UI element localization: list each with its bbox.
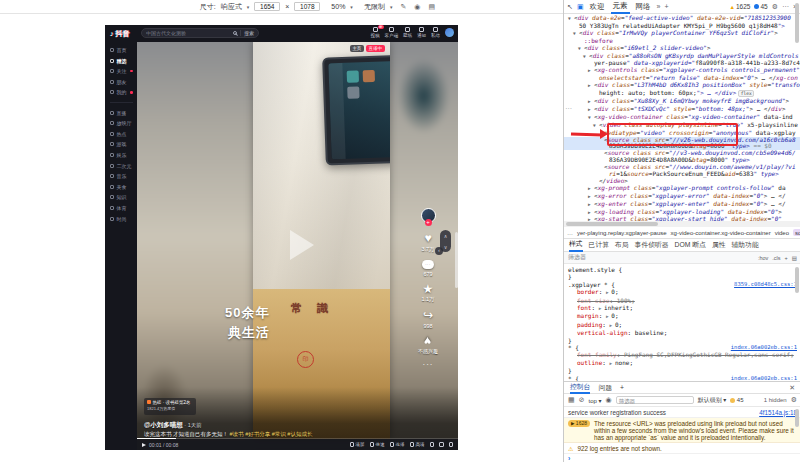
css-property[interactable]: vertical-align: baseline; (568, 329, 797, 336)
page-scrollbar-thumb[interactable] (455, 232, 458, 288)
styles-filter-input[interactable]: 筛选器 (568, 253, 754, 262)
zoom-select[interactable]: 50% (331, 3, 345, 10)
live-chip[interactable]: 直播中 (366, 45, 385, 52)
player-control-settings-icon[interactable] (439, 442, 444, 447)
warning-count-badge[interactable]: ▶ 1628 (568, 420, 590, 427)
breadcrumb-item[interactable]: xg-video-container.xg-video-container (671, 230, 771, 236)
css-source-link[interactable]: index.06a002eb.css:1 (731, 344, 797, 351)
console-prompt[interactable]: › (564, 454, 800, 462)
dom-tree-row[interactable]: ▶<xg-error class="xgplayer-error" data-i… (564, 193, 800, 201)
dom-tree-row[interactable]: ▼<div class="i69etl_2 slider-video"> (564, 45, 800, 53)
clear-console-icon[interactable]: ⊘ (579, 396, 585, 404)
sidebar-item-时尚[interactable]: 时尚 (110, 216, 137, 222)
console-filter-input[interactable]: 筛选器 (616, 396, 694, 405)
warnings-badge[interactable]: ▲1625 (729, 3, 750, 10)
dom-tree-row[interactable]: ▼<div class="a88oRsON gKBsyrdp danMuPlay… (564, 53, 800, 61)
styles-tab-属性[interactable]: 属性 (712, 239, 726, 252)
css-property[interactable]: border: ▶ 0; (568, 288, 797, 296)
styles-scrollbar-thumb[interactable] (795, 267, 799, 293)
sidebar-item-娱乐[interactable]: 娱乐 (110, 152, 137, 158)
like-icon[interactable]: ♥ (424, 232, 431, 244)
sidebar-item-直播[interactable]: 直播 (110, 110, 137, 116)
play-button[interactable] (290, 230, 314, 260)
player-control-连播[interactable]: 连播 (390, 442, 405, 447)
player-control-清屏[interactable]: 清屏 (350, 442, 365, 447)
hover-state-button[interactable]: :hov (758, 255, 768, 261)
dom-tree-row[interactable]: ▼<div data-e2e="feed-active-video" data-… (564, 15, 800, 23)
sidebar-item-二次元[interactable]: 二次元 (110, 163, 137, 169)
styles-tab-已计算[interactable]: 已计算 (589, 239, 609, 252)
more-tabs-icon[interactable]: » (657, 3, 661, 10)
player-control-倍速[interactable]: 倍速 (370, 442, 385, 447)
dom-tree-row[interactable]: ▶<xg-loading class="xgplayer-loading" da… (564, 209, 800, 217)
author-handle[interactable]: @小刘多喵想 (144, 421, 183, 428)
dom-tree-row[interactable]: <source class src="//www.douyin.com/awem… (564, 164, 800, 171)
breadcrumb-item[interactable]: yer-playing.replay.xgplayer-pause (577, 230, 667, 236)
css-source-link[interactable]: 8359.c08d48c5.css:1 (734, 281, 797, 288)
devtools-tab-网络[interactable]: 网络 (634, 0, 653, 14)
sidebar-item-游戏[interactable]: 游戏 (110, 141, 137, 147)
header-item-私信[interactable]: 私信 (431, 27, 440, 38)
css-property[interactable]: padding: ▶ 0; (568, 321, 797, 329)
viewport-width-input[interactable]: 1654 (254, 2, 280, 11)
more-actions-button[interactable]: ··· (423, 360, 434, 369)
drawer-tab-控制台[interactable]: 控制台 (570, 381, 590, 394)
throttle-select[interactable]: 无限制 (364, 2, 385, 12)
sidebar-item-热点[interactable]: 热点 (110, 131, 137, 137)
console-sidebar-icon[interactable]: ▦ (568, 396, 575, 404)
sidebar-item-体育[interactable]: 体育 (110, 205, 137, 211)
share-icon[interactable]: ↪ (423, 309, 433, 321)
dom-tree-row[interactable]: 836A39DB90E2E4D8A8A00D&btag=8000" type> (564, 157, 800, 164)
progress-bar[interactable] (137, 438, 458, 440)
styles-tab-事件侦听器[interactable]: 事件侦听器 (635, 239, 669, 252)
dom-tree-row[interactable]: <source class src="//v3-web.douyinvod.co… (564, 150, 800, 157)
css-property[interactable]: font-family: PingFang SC,DFPKingGothicGB… (568, 351, 797, 358)
douyin-logo[interactable]: ♪ 抖音 (110, 29, 129, 39)
css-property[interactable]: outline: ▶ none; (568, 359, 797, 367)
panel-icon[interactable]: ▤ (428, 3, 435, 11)
css-property[interactable]: font-size: 100%; (568, 297, 797, 304)
prev-video-button[interactable]: ∧ (444, 233, 448, 239)
player-control-fullscreen-icon[interactable] (449, 442, 454, 447)
more-options-icon[interactable]: ⋯ (782, 3, 789, 11)
console-warning-row[interactable]: ⚠922 log entries are not shown. (564, 443, 800, 454)
node-options-dots[interactable]: ⋯ (565, 105, 572, 113)
play-pause-button[interactable] (142, 443, 146, 447)
styles-tab-样式[interactable]: 样式 (569, 239, 583, 252)
sidebar-item-音乐[interactable]: 音乐 (110, 173, 137, 179)
comment-icon[interactable]: ··· (422, 260, 434, 270)
inspect-element-icon[interactable]: ↖ (567, 3, 573, 11)
breadcrumb-item[interactable]: source (793, 229, 800, 236)
dom-tree-row[interactable]: ▶<div class="tSXDCvQc" style="bottom: 48… (564, 106, 800, 114)
dom-tree-row[interactable]: ▶<div class="Xu88Xy_K L6mQYbwy mokeyfrE … (564, 98, 800, 106)
drawer-tab-+[interactable]: + (620, 381, 624, 394)
class-button[interactable]: .cls (772, 255, 780, 261)
author-home-chip[interactable]: 主页 (350, 45, 364, 52)
favorite-icon[interactable]: ★ (423, 283, 434, 295)
dom-tree-row[interactable]: ▶<div class="L3ThM4bD d6Kx8Ih3 positionB… (564, 82, 800, 90)
hashtags[interactable]: #读书 #好书分享 #常识 #认知成长 (230, 431, 313, 437)
add-tab-icon[interactable]: + (664, 3, 668, 10)
styles-tab-布局[interactable]: 布局 (615, 239, 629, 252)
sidebar-item-首页[interactable]: 首页 (110, 47, 137, 53)
search-button[interactable]: 搜索 (240, 30, 254, 36)
eye-icon[interactable]: ◉ (414, 3, 420, 11)
dom-tree-row[interactable]: ▶<xg-prompt class="xgplayer-prompt contr… (564, 185, 800, 193)
devtools-tab-元素[interactable]: 元素 (611, 0, 630, 14)
sidebar-item-美食[interactable]: 美食 (110, 184, 137, 190)
dom-tree-row[interactable]: height: auto; bottom: 60px;"> … </div>fl… (564, 90, 800, 98)
context-select[interactable]: top ▾ (589, 397, 602, 404)
header-item-投稿[interactable]: 投稿新 (371, 27, 380, 38)
video-player[interactable]: 常 識 印 主页 直播中 50余年 典生活 + ♥ 3.7万 ··· 679 ★ (137, 42, 458, 450)
breadcrumb-overflow[interactable]: … (567, 230, 573, 236)
viewport-height-input[interactable]: 1078 (294, 2, 320, 11)
dom-tree-row[interactable]: onselectstart="return false" data-index=… (564, 75, 800, 82)
search-input[interactable]: 中国古代文化测验 搜索 (141, 28, 259, 38)
sidebar-item-精选[interactable]: 精选 (110, 58, 137, 64)
sidebar-item-关注[interactable]: 关注 (110, 68, 137, 74)
new-rule-button[interactable]: + (785, 255, 788, 261)
computed-panel-icon[interactable]: ▤ (792, 255, 797, 261)
header-item-通知[interactable]: 通知 (417, 27, 426, 38)
device-toolbar-toggle-icon[interactable]: ▣ (577, 3, 584, 11)
dom-tree-row[interactable]: ri=1&source=PackSourceEnum_FEED&aid=6383… (564, 171, 800, 178)
